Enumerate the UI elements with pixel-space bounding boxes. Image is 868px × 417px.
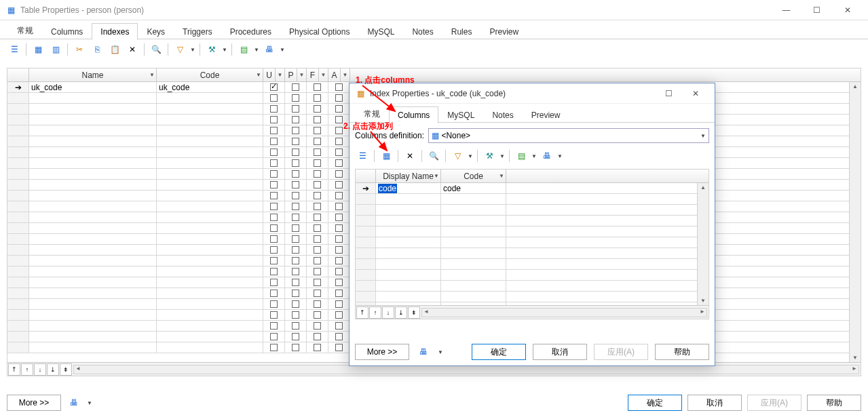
dlg-filter-icon[interactable]: ▽ — [450, 148, 465, 163]
dlg-table-row[interactable]: ➔ code code — [356, 183, 709, 194]
dlg-v-scrollbar[interactable] — [697, 183, 709, 305]
dlg-print-icon[interactable]: 🖶 — [540, 148, 554, 163]
dlg-table-row-empty[interactable] — [356, 248, 709, 259]
v-scrollbar[interactable] — [849, 82, 861, 362]
tab-notes[interactable]: Notes — [403, 23, 442, 39]
dlg-tab-columns[interactable]: Columns — [389, 106, 438, 123]
tab-triggers[interactable]: Triggers — [174, 23, 221, 39]
delete-icon[interactable]: ✕ — [125, 42, 140, 57]
col-f-dd[interactable]: ▼ — [319, 68, 328, 81]
dlg-cell-code[interactable]: code — [441, 183, 506, 193]
cell-a[interactable] — [328, 82, 350, 92]
ok-button[interactable]: 确定 — [628, 395, 682, 411]
dlg-footer-print-icon[interactable]: 🖶 — [416, 344, 431, 359]
find-icon[interactable]: 🔍 — [149, 42, 164, 57]
dlg-apply-button[interactable]: 应用(A) — [594, 344, 648, 360]
close-button[interactable]: ✕ — [832, 0, 863, 20]
dlg-delete-icon[interactable]: ✕ — [402, 148, 417, 163]
cut-icon[interactable]: ✂ — [72, 42, 87, 57]
tab-columns[interactable]: Columns — [42, 23, 92, 39]
dlg-h-scrollbar[interactable] — [421, 308, 707, 317]
dlg-table-row-empty[interactable] — [356, 270, 709, 281]
col-name[interactable]: Name▼ — [29, 68, 157, 81]
cell-u[interactable] — [263, 82, 285, 92]
tab-physical-options[interactable]: Physical Options — [280, 23, 358, 39]
dlg-add-col-icon[interactable]: ▦ — [379, 148, 394, 163]
dlg-table-row-empty[interactable] — [356, 237, 709, 248]
dlg-more-button[interactable]: More >> — [355, 344, 409, 360]
dlg-new-row-icon[interactable]: ⇟ — [408, 306, 420, 319]
dlg-prev-row-icon[interactable]: ↑ — [369, 306, 381, 319]
dlg-table-row-empty[interactable] — [356, 302, 709, 305]
col-u[interactable]: U — [263, 68, 276, 81]
col-p[interactable]: P — [285, 68, 297, 81]
col-u-dd[interactable]: ▼ — [276, 68, 285, 81]
tab-rules[interactable]: Rules — [442, 23, 481, 39]
dlg-table-row-empty[interactable] — [356, 281, 709, 292]
tab-mysql[interactable]: MySQL — [358, 23, 403, 39]
dlg-col-display-name[interactable]: Display Name▼ — [376, 170, 441, 182]
minimize-button[interactable]: — — [771, 0, 801, 20]
cell-code[interactable]: uk_code — [157, 82, 263, 92]
dlg-tab-preview[interactable]: Preview — [523, 106, 569, 123]
more-button[interactable]: More >> — [7, 395, 61, 411]
copy-icon[interactable]: ⎘ — [90, 42, 105, 57]
paste-icon[interactable]: 📋 — [107, 42, 122, 57]
tools-icon[interactable]: ⚒ — [204, 42, 219, 57]
prev-row-icon[interactable]: ↑ — [21, 363, 33, 376]
col-f[interactable]: F — [307, 68, 319, 81]
col-code[interactable]: Code▼ — [157, 68, 263, 81]
dlg-tab-notes[interactable]: Notes — [483, 106, 522, 123]
dlg-table-row-empty[interactable] — [356, 292, 709, 302]
dlg-properties-icon[interactable]: ☰ — [355, 148, 370, 163]
maximize-button[interactable]: ☐ — [801, 0, 832, 20]
print-icon[interactable]: 🖶 — [262, 42, 277, 57]
cols-def-combo[interactable]: ▦ <None> ▼ — [428, 128, 709, 143]
dlg-table-row-empty[interactable] — [356, 216, 709, 226]
col-filler — [350, 68, 861, 81]
col-a-dd[interactable]: ▼ — [341, 68, 350, 81]
apply-button[interactable]: 应用(A) — [747, 395, 801, 411]
cancel-button[interactable]: 取消 — [687, 395, 742, 411]
filter-icon[interactable]: ▽ — [172, 42, 187, 57]
footer-print-icon[interactable]: 🖶 — [67, 395, 81, 410]
last-row-icon[interactable]: ⤓ — [47, 363, 59, 376]
insert-row-icon[interactable]: ▦ — [31, 42, 45, 57]
new-row-icon[interactable]: ⇟ — [60, 363, 72, 376]
excel-icon[interactable]: ▤ — [236, 42, 251, 57]
dlg-cell-dn[interactable]: code — [376, 183, 441, 193]
cell-p[interactable] — [285, 82, 307, 92]
tab-indexes[interactable]: Indexes — [92, 23, 138, 40]
cell-f[interactable] — [307, 82, 328, 92]
dlg-tab-general[interactable]: 常规 — [355, 104, 389, 123]
dlg-table-row-empty[interactable] — [356, 194, 709, 205]
cell-name[interactable]: uk_code — [29, 82, 157, 92]
tab-general[interactable]: 常规 — [8, 21, 42, 39]
dlg-table-row-empty[interactable] — [356, 205, 709, 216]
properties-icon[interactable]: ☰ — [7, 42, 22, 57]
dlg-ok-button[interactable]: 确定 — [472, 344, 526, 360]
dlg-first-row-icon[interactable]: ⤒ — [356, 306, 369, 319]
dlg-find-icon[interactable]: 🔍 — [426, 148, 441, 163]
dlg-tools-icon[interactable]: ⚒ — [482, 148, 497, 163]
next-row-icon[interactable]: ↓ — [34, 363, 46, 376]
col-a[interactable]: A — [328, 68, 341, 81]
tab-procedures[interactable]: Procedures — [221, 23, 280, 39]
dlg-excel-icon[interactable]: ▤ — [514, 148, 529, 163]
dlg-table-row-empty[interactable] — [356, 226, 709, 237]
dlg-col-code[interactable]: Code▼ — [441, 170, 506, 182]
tab-preview[interactable]: Preview — [480, 23, 527, 39]
dlg-help-button[interactable]: 帮助 — [655, 344, 709, 360]
dialog-maximize-button[interactable]: ☐ — [655, 84, 682, 103]
dlg-table-row-empty[interactable] — [356, 259, 709, 270]
add-row-icon[interactable]: ▥ — [48, 42, 63, 57]
help-button[interactable]: 帮助 — [807, 395, 861, 411]
dlg-tab-mysql[interactable]: MySQL — [438, 106, 483, 123]
first-row-icon[interactable]: ⤒ — [8, 363, 20, 376]
dlg-last-row-icon[interactable]: ⤓ — [395, 306, 407, 319]
tab-keys[interactable]: Keys — [138, 23, 174, 39]
dlg-next-row-icon[interactable]: ↓ — [382, 306, 394, 319]
col-p-dd[interactable]: ▼ — [297, 68, 307, 81]
dialog-close-button[interactable]: ✕ — [682, 84, 709, 103]
dlg-cancel-button[interactable]: 取消 — [533, 344, 587, 360]
